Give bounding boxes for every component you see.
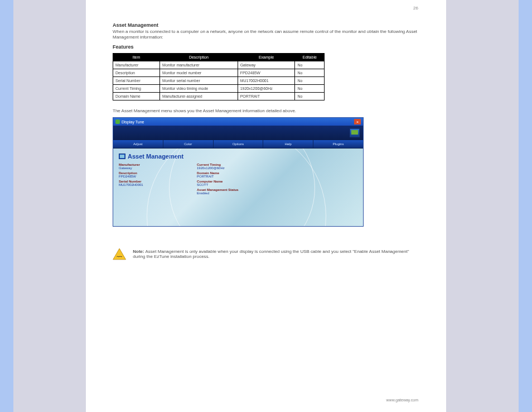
page-footer: www.gateway.com [386,398,418,402]
tab-help[interactable]: Help [263,140,313,148]
cell: Serial Number [113,76,160,84]
tab-plugins[interactable]: Plugins [313,140,363,148]
th-item: Item [113,53,160,61]
field: Serial Number MU17002H0001 [119,180,186,186]
cell: No [295,76,325,84]
decor-bar-outer-left [0,0,13,412]
field: Asset Management Status Enabled [197,188,286,195]
section-heading-features: Features [113,44,419,50]
fields-col-left: Manufacturer Gateway Description FPD2485… [119,163,186,197]
panel-title: Asset Management [128,153,183,160]
table-row: Domain Name Manufacturer-assigned PORTRA… [113,92,325,100]
field: Description FPD2485W [119,171,186,178]
note-body: Asset Management is only available when … [133,249,409,259]
intro-para-2: The Asset Management menu shows you the … [113,108,419,114]
note-text: Note: Asset Management is only available… [133,249,419,259]
th-desc: Description [160,53,238,61]
field-value: 1920x1200@60Hz [197,166,286,170]
cell: PORTRAIT [238,92,295,100]
cell: No [295,69,325,76]
note-row: Note: Asset Management is only available… [113,247,419,261]
table-header-row: Item Description Example Editable [113,53,325,61]
close-icon: × [356,120,359,124]
cell: Gateway [238,61,295,69]
section-heading-asset: Asset Management [113,22,419,28]
decor-bar-inner-left [13,0,86,412]
cell: Description [113,69,160,76]
cell: Domain Name [113,92,160,100]
manual-page: 26 Asset Management When a monitor is co… [86,0,446,412]
table-row: Description Monitor model number FPD2485… [113,69,325,76]
page-number: 26 [413,6,418,11]
cell: 1920x1200@60Hz [238,84,295,92]
logo-row [113,126,363,140]
th-example: Example [238,53,295,61]
field-value: SCOTT [197,183,286,186]
field-value: FPD2485W [119,175,186,178]
fields-col-right: Current Timing 1920x1200@60Hz Domain Nam… [197,163,286,197]
table-row: Manufacturer Monitor manufacturer Gatewa… [113,61,325,69]
app-icon [115,119,120,124]
cell: Monitor video timing mode [160,84,238,92]
cell: Manufacturer [113,61,160,69]
window-titlebar[interactable]: Display Tune × [113,118,363,126]
tab-adjust[interactable]: Adjust [113,140,163,148]
field: Manufacturer Gateway [119,163,186,170]
table-row: Current Timing Monitor video timing mode… [113,84,325,92]
display-icon [119,154,125,159]
decor-bar-inner-right [446,0,519,412]
tab-color[interactable]: Color [163,140,214,148]
field-value: Enabled [197,191,286,195]
intro-para-1: When a monitor is connected to a compute… [113,29,419,41]
field: Current Timing 1920x1200@60Hz [197,163,286,170]
panel-title-row: Asset Management [119,153,357,160]
field-value: PORTRAIT [197,175,286,178]
cell: No [295,84,325,92]
tab-options[interactable]: Options [214,140,264,148]
window-title: Display Tune [122,120,144,124]
note-lead: Note: [133,249,144,254]
cell: No [295,61,325,69]
cell: No [295,92,325,100]
fields-grid: Manufacturer Gateway Description FPD2485… [119,163,357,197]
field-value: MU17002H0001 [119,183,186,186]
th-editable: Editable [295,53,325,61]
field: Computer Name SCOTT [197,180,286,186]
svg-marker-0 [113,248,126,260]
cell: Manufacturer-assigned [160,92,238,100]
cell: FPD2485W [238,69,295,76]
display-tune-window: Display Tune × Adjust Color Options Help… [113,117,364,227]
cell: Monitor serial number [160,76,238,84]
cell: MU17002H0001 [238,76,295,84]
field: Domain Name PORTRAIT [197,171,286,178]
warning-icon [113,247,126,261]
monitor-icon [350,128,360,137]
close-button[interactable]: × [354,119,361,124]
asset-table: Item Description Example Editable Manufa… [113,53,325,100]
field-value: Gateway [119,166,186,170]
table-row: Serial Number Monitor serial number MU17… [113,76,325,84]
cell: Monitor manufacturer [160,61,238,69]
decor-bar-outer-right [519,0,532,412]
cell: Current Timing [113,84,160,92]
tab-row: Adjust Color Options Help Plugins [113,140,363,148]
cell: Monitor model number [160,69,238,76]
app-body: Asset Management Manufacturer Gateway De… [113,148,363,226]
title-left: Display Tune [115,119,144,124]
